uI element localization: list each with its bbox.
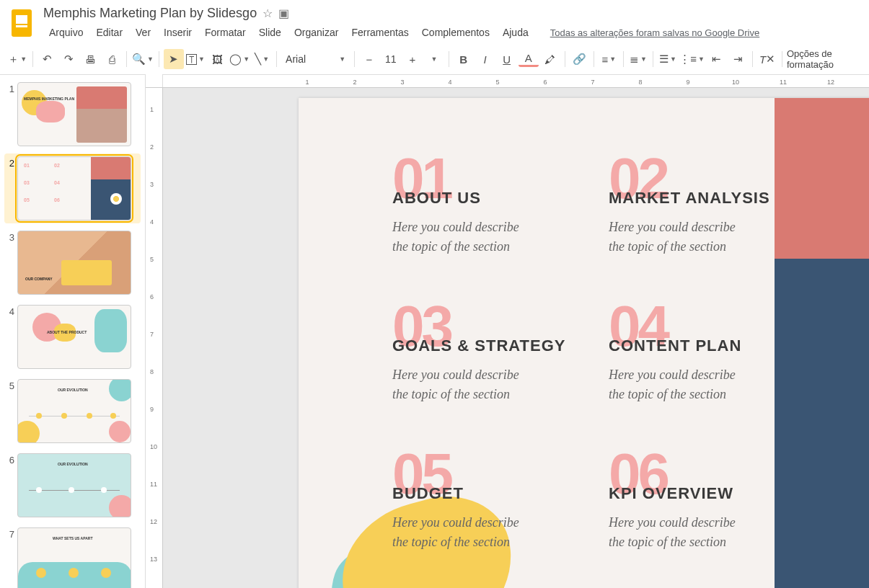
svg-rect-1 (16, 15, 27, 24)
canvas-area[interactable]: 01 ABOUT US Here you could describethe t… (163, 88, 869, 588)
font-family-select[interactable]: Arial▼ (281, 49, 350, 69)
thumb-5[interactable]: OUR EVOLUTION (17, 379, 131, 443)
menu-slide[interactable]: Slide (253, 24, 287, 41)
title-area: Memphis Marketing Plan by Slidesgo ☆ ▣ A… (43, 6, 860, 41)
toc-item-6[interactable]: 06 KPI OVERVIEW Here you could describet… (609, 451, 736, 552)
thumb-number: 1 (4, 82, 17, 94)
toc-description: Here you could describethe topic of the … (609, 218, 770, 257)
menu-organizar[interactable]: Organizar (288, 24, 344, 41)
bold-button[interactable]: B (454, 49, 474, 69)
undo-button[interactable]: ↶ (37, 49, 57, 69)
font-size-decrease[interactable]: − (359, 49, 379, 69)
line-spacing-button[interactable]: ≣▼ (628, 49, 648, 69)
textbox-tool[interactable]: 🅃▼ (185, 49, 206, 69)
new-slide-button[interactable]: ＋▼ (7, 49, 28, 69)
canvas-wrap: 123456789101112131415 12345678910111213 … (146, 75, 869, 588)
thumb-7[interactable]: WHAT SETS US APART (17, 527, 131, 588)
thumb-number: 2 (4, 156, 17, 169)
toc-title: BUDGET (392, 484, 519, 503)
slide-photo[interactable] (775, 98, 869, 588)
main-area: 1 MEMPHIS MARKETING PLAN 2 01 02 03 04 0… (0, 75, 869, 588)
menu-complementos[interactable]: Complementos (416, 24, 495, 41)
toc-title: CONTENT PLAN (609, 337, 741, 355)
image-tool[interactable]: 🖼 (207, 49, 227, 69)
thumb-3[interactable]: OUR COMPANY (17, 231, 131, 295)
indent-decrease-button[interactable]: ⇤ (706, 49, 726, 69)
thumbnail-panel[interactable]: 1 MEMPHIS MARKETING PLAN 2 01 02 03 04 0… (0, 75, 146, 588)
link-button[interactable]: 🔗 (569, 49, 589, 69)
toc-title: KPI OVERVIEW (609, 484, 736, 503)
menu-bar: Arquivo Editar Ver Inserir Formatar Slid… (43, 24, 860, 41)
zoom-button[interactable]: 🔍▼ (131, 49, 154, 69)
menu-ver[interactable]: Ver (130, 24, 156, 41)
numbered-list-button[interactable]: ☰▼ (658, 49, 678, 69)
document-title[interactable]: Memphis Marketing Plan by Slidesgo (43, 6, 257, 21)
toc-description: Here you could describethe topic of the … (609, 365, 741, 404)
toolbar: ＋▼ ↶ ↷ 🖶 ⎙ 🔍▼ ➤ 🅃▼ 🖼 ◯▼ ╲▼ Arial▼ − 11 +… (0, 44, 869, 75)
clear-formatting-button[interactable]: T✕ (757, 49, 777, 69)
thumb-number: 4 (4, 305, 17, 317)
toc-title: MARKET ANALYSIS (609, 189, 770, 208)
vertical-ruler[interactable]: 12345678910111213 (146, 88, 163, 588)
toc-description: Here you could describethe topic of the … (392, 513, 519, 552)
highlight-button[interactable]: 🖍 (540, 49, 560, 69)
toc-description: Here you could describethe topic of the … (392, 365, 566, 404)
thumb-number: 3 (4, 231, 17, 243)
font-size-increase[interactable]: + (402, 49, 423, 69)
print-button[interactable]: 🖶 (80, 49, 100, 69)
toc-item-4[interactable]: 04 CONTENT PLAN Here you could describet… (609, 303, 741, 404)
text-color-button[interactable]: A (519, 51, 539, 67)
thumb-6[interactable]: OUR EVOLUTION (17, 453, 131, 517)
shape-tool[interactable]: ◯▼ (229, 49, 250, 69)
toc-title: ABOUT US (392, 189, 519, 208)
thumb-number: 5 (4, 379, 17, 391)
toc-item-2[interactable]: 02 MARKET ANALYSIS Here you could descri… (609, 156, 770, 257)
font-size-input[interactable]: 11 (381, 49, 401, 69)
toc-description: Here you could describethe topic of the … (609, 513, 736, 552)
italic-button[interactable]: I (475, 49, 495, 69)
app-header: Memphis Marketing Plan by Slidesgo ☆ ▣ A… (0, 0, 869, 41)
bulleted-list-button[interactable]: ⋮≡▼ (679, 49, 705, 69)
toc-description: Here you could describethe topic of the … (392, 218, 519, 257)
paint-format-button[interactable]: ⎙ (102, 49, 122, 69)
slide-canvas[interactable]: 01 ABOUT US Here you could describethe t… (299, 98, 869, 588)
font-size-dropdown[interactable]: ▼ (424, 49, 444, 69)
thumb-2[interactable]: 01 02 03 04 05 06 (17, 156, 131, 220)
menu-formatar[interactable]: Formatar (199, 24, 252, 41)
menu-inserir[interactable]: Inserir (158, 24, 198, 41)
menu-arquivo[interactable]: Arquivo (43, 24, 89, 41)
thumb-number: 6 (4, 453, 17, 466)
toc-item-3[interactable]: 03 GOALS & STRATEGY Here you could descr… (392, 303, 566, 404)
toc-item-5[interactable]: 05 BUDGET Here you could describethe top… (392, 451, 519, 552)
underline-button[interactable]: U (497, 49, 517, 69)
menu-ajuda[interactable]: Ajuda (497, 24, 534, 41)
align-button[interactable]: ≡▼ (599, 49, 619, 69)
thumb-number: 7 (4, 527, 17, 540)
toc-item-1[interactable]: 01 ABOUT US Here you could describethe t… (392, 156, 519, 257)
select-tool[interactable]: ➤ (164, 49, 184, 69)
save-status[interactable]: Todas as alterações foram salvas no Goog… (550, 27, 759, 38)
menu-editar[interactable]: Editar (90, 24, 128, 41)
format-options-button[interactable]: Opções de formatação (787, 48, 862, 70)
star-icon[interactable]: ☆ (263, 6, 273, 20)
app-logo[interactable] (9, 6, 35, 40)
toc-title: GOALS & STRATEGY (392, 337, 566, 355)
thumb-1[interactable]: MEMPHIS MARKETING PLAN (17, 82, 131, 146)
indent-increase-button[interactable]: ⇥ (728, 49, 748, 69)
menu-ferramentas[interactable]: Ferramentas (345, 24, 414, 41)
svg-rect-2 (16, 25, 27, 27)
redo-button[interactable]: ↷ (58, 49, 79, 69)
line-tool[interactable]: ╲▼ (252, 49, 272, 69)
move-icon[interactable]: ▣ (278, 6, 289, 20)
thumb-4[interactable]: ABOUT THE PRODUCT (17, 305, 131, 369)
horizontal-ruler[interactable]: 123456789101112131415 (146, 75, 869, 88)
